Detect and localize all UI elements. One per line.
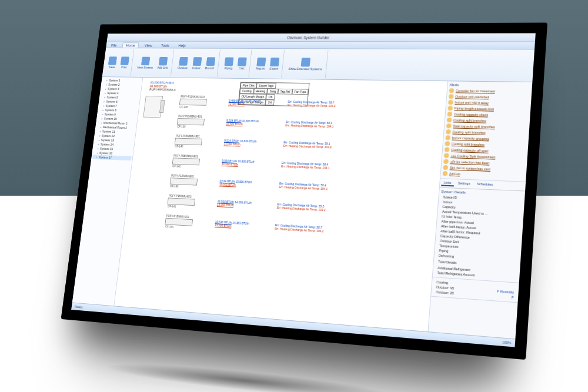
warning-icon: [445, 147, 450, 152]
tag-cell[interactable]: Export Tags: [256, 82, 276, 88]
prop-tab-schedules[interactable]: Schedules: [475, 181, 496, 188]
ribbon-icon: [256, 57, 266, 66]
titlebar: Diamond System Builder: [107, 33, 536, 42]
ribbon-group: ReportExport: [251, 49, 285, 77]
ribbon-group: PipingCalc: [219, 49, 252, 77]
tree-item[interactable]: System 2: [102, 82, 141, 87]
ribbon-tab-file[interactable]: File: [108, 43, 120, 48]
warning-icon: [449, 94, 454, 99]
app-window: Diamond System Builder FileHomeViewTools…: [71, 33, 536, 347]
outdoor-unit-label: 60,000 BTU/h 56.4 68,000 BTU/h PURY-HP72…: [149, 81, 176, 92]
warning-icon: [448, 100, 453, 105]
window-title: Diamond System Builder: [287, 35, 329, 39]
piping-canvas[interactable]: 60,000 BTU/h 56.4 68,000 BTU/h PURY-HP72…: [114, 77, 447, 331]
ribbon-tab-tools[interactable]: Tools: [158, 43, 172, 48]
ribbon-icon: [225, 57, 234, 66]
ribbon-icon: [121, 56, 129, 65]
ribbon-btn-report[interactable]: Report: [254, 56, 268, 71]
ribbon-icon: [179, 56, 188, 65]
system-details: System Details Space IDIndoorCapacityAct…: [433, 187, 525, 283]
branch-diagram: PKFY-P12NKMU-E01CF-1388,400 BTU/h 14,381…: [161, 92, 379, 243]
ribbon-btn-save[interactable]: Save: [106, 55, 118, 68]
outdoor-unit-icon[interactable]: [143, 95, 163, 117]
ribbon-btn-branch[interactable]: Branch: [203, 56, 217, 69]
ribbon-icon: [270, 57, 279, 66]
alerts-panel: Alerts Consider fan for basementOutdoor …: [440, 81, 532, 182]
warning-icon: [443, 159, 449, 163]
warning-icon: [444, 153, 449, 158]
ribbon-icon: [193, 56, 202, 65]
ribbon-icon: [238, 57, 247, 66]
ribbon-tab-help[interactable]: Help: [175, 43, 189, 48]
ribbon-icon: [206, 56, 215, 65]
prop-tab-units[interactable]: Units: [441, 180, 454, 186]
ribbon-btn-calc[interactable]: Calc: [236, 56, 249, 70]
ribbon-group: OutdoorIndoorBranch: [173, 49, 220, 76]
workspace: System 1System 2System 3System 4System 5…: [72, 77, 533, 339]
alerts-title: Alerts: [449, 83, 530, 88]
warning-icon: [449, 88, 455, 93]
properties-panel: Alerts Consider fan for basementOutdoor …: [427, 81, 532, 339]
tag-cell[interactable]: Pipe Ckts: [240, 82, 257, 88]
warning-icon: [443, 165, 448, 169]
ribbon-tab-view[interactable]: View: [141, 43, 155, 48]
ribbon-tab-home[interactable]: Home: [122, 42, 139, 48]
ribbon-btn-piping[interactable]: Piping: [222, 56, 235, 70]
ribbon-btn-indoor[interactable]: Indoor: [191, 56, 203, 69]
ribbon-icon: [159, 56, 168, 65]
warning-icon: [446, 129, 451, 134]
warning-icon: [447, 112, 452, 116]
ribbon: SavePrintNew SystemAdd UnitOutdoorIndoor…: [102, 48, 534, 82]
ribbon-btn-print[interactable]: Print: [118, 56, 131, 69]
ribbon-btn-show-extended-systems[interactable]: Show Extended Systems: [287, 56, 325, 71]
prop-tab-settings[interactable]: Settings: [455, 180, 473, 187]
ribbon-icon: [108, 56, 117, 64]
ribbon-icon: [301, 57, 310, 66]
ribbon-btn-export[interactable]: Export: [268, 56, 281, 71]
warning-icon: [442, 171, 447, 176]
ribbon-group: New SystemAdd Unit: [133, 49, 174, 76]
ribbon-icon: [141, 56, 150, 65]
warning-icon: [447, 106, 453, 110]
warning-icon: [446, 123, 452, 128]
tree-item[interactable]: System 1: [102, 78, 141, 82]
ribbon-btn-add-unit[interactable]: Add Unit: [156, 56, 171, 69]
ribbon-group: Show Extended Systems: [284, 49, 329, 78]
warning-icon: [447, 118, 452, 122]
ribbon-group: SavePrint: [103, 49, 135, 75]
warning-icon: [445, 135, 450, 140]
zoom-level[interactable]: 100%: [502, 340, 512, 344]
status-text: Ready: [75, 304, 83, 309]
warning-icon: [445, 141, 450, 146]
ribbon-btn-outdoor[interactable]: Outdoor: [176, 56, 191, 69]
monitor-shadow: [103, 357, 397, 392]
monitor-bezel: Diamond System Builder FileHomeViewTools…: [61, 22, 548, 360]
ribbon-btn-new-system[interactable]: New System: [136, 56, 156, 69]
